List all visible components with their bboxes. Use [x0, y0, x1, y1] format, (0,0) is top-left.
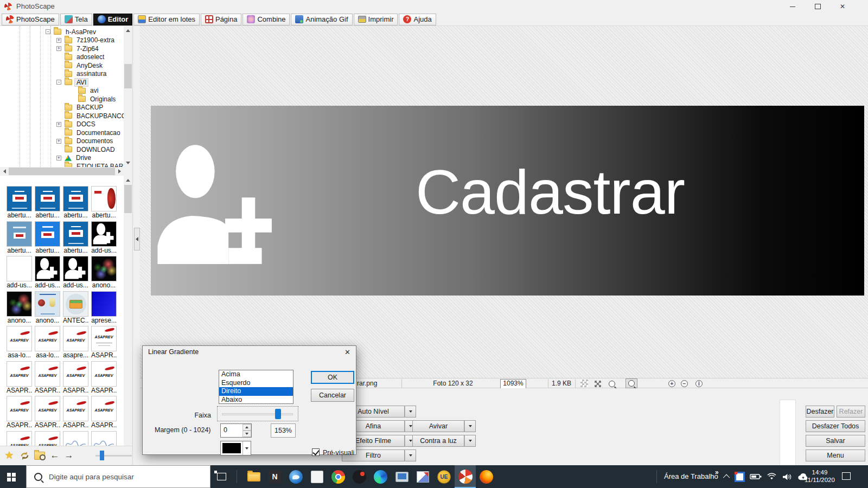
listbox-option-direito[interactable]: Direito [219, 387, 293, 396]
listbox-option-abaixo[interactable]: Abaixo [219, 396, 293, 404]
tab-ajuda[interactable]: ?Ajuda [399, 14, 436, 25]
tree-item-avi[interactable]: +avi [0, 87, 132, 95]
undo-button[interactable]: Desfazer [806, 406, 834, 418]
expand-icon[interactable]: + [56, 122, 61, 127]
taskbar-clock[interactable]: 14:49 11/11/2020 [802, 468, 838, 484]
thumbnail-asaprev-image[interactable]: ASAPREV [7, 431, 32, 446]
forward-button[interactable]: → [63, 450, 75, 461]
thumbnail-asaprev-image[interactable]: ASAPREV [63, 396, 88, 421]
spinner-down-button[interactable] [242, 431, 251, 437]
tree-item-download[interactable]: +DOWNLOAD [0, 145, 132, 154]
tree-item-assinatura[interactable]: +assinatura [0, 70, 132, 79]
maximize-button[interactable] [805, 0, 830, 13]
thumbnail-blue-image[interactable] [91, 291, 117, 317]
thumbnail-item[interactable]: abertu... [35, 221, 60, 256]
tray-overflow-icon[interactable] [723, 474, 730, 481]
taskbar-app-chrome[interactable] [328, 465, 349, 488]
range-slider[interactable] [218, 407, 298, 421]
thumbnail-item[interactable]: anono... [7, 291, 32, 326]
battery-icon[interactable] [750, 473, 762, 480]
thumbnail-fireworks-image[interactable] [91, 256, 117, 281]
thumbnail-item[interactable]: ASAPREVASAPR... [91, 396, 117, 431]
tab-imprimir[interactable]: Imprimir [354, 14, 398, 25]
refresh-button[interactable] [18, 450, 30, 461]
tree-item-docs[interactable]: +DOCS [0, 120, 132, 129]
thumbnail-signature-image[interactable] [63, 431, 88, 446]
thumbnail-asaprev-image[interactable]: ASAPREV [91, 396, 117, 421]
thumbnail-item[interactable]: abertu... [35, 186, 60, 221]
taskbar-search[interactable]: Digite aqui para pesquisar [26, 465, 210, 488]
wifi-icon[interactable] [767, 473, 777, 480]
fit-screen-button[interactable] [593, 380, 602, 388]
thumbnail-item[interactable] [91, 431, 117, 446]
thumbnail-adduser-image[interactable] [91, 221, 117, 247]
tab-combine[interactable]: Combine [242, 14, 290, 25]
thumbnail-asaprev-image[interactable]: ASAPREV [7, 361, 32, 387]
scrollbar-thumb[interactable] [124, 64, 132, 88]
thumbnail-wallet-image[interactable] [63, 291, 88, 317]
thumbnail-adduser-image[interactable] [35, 256, 60, 281]
thumbnail-item[interactable]: anono... [91, 256, 117, 291]
expand-icon[interactable]: + [56, 156, 61, 160]
redo-button[interactable]: Refazer [837, 406, 865, 418]
thumbnail-item[interactable]: ASAPREVASAPR... [7, 361, 32, 396]
thumbnail-item[interactable]: ASAPREVASAPR... [7, 396, 32, 431]
panel-splitter[interactable] [132, 26, 140, 465]
thumbnail-asaprev-image[interactable]: ASAPREV [35, 431, 60, 446]
action-center-icon[interactable] [842, 472, 851, 480]
taskbar-app-n[interactable]: N [264, 465, 285, 488]
thumbnail-item[interactable]: ANTEC... [63, 291, 88, 326]
color-dropdown-arrow[interactable] [242, 441, 251, 455]
thumbnail-item[interactable]: ASAPREV [35, 431, 60, 446]
collapse-icon[interactable]: - [46, 29, 50, 34]
tree-item-documentos[interactable]: +Documentos [0, 137, 132, 146]
thumbnail-item[interactable]: ASAPREV [7, 431, 32, 446]
back-button[interactable]: ← [49, 450, 61, 461]
tree-item-documentacao[interactable]: +Documentacao [0, 129, 132, 137]
thumbnail-item[interactable]: add-us... [35, 256, 60, 291]
collapse-icon[interactable]: - [56, 80, 61, 85]
cancel-button[interactable]: Cancelar [311, 389, 354, 402]
collapse-panel-button[interactable] [134, 228, 140, 251]
zoom-actual-size-button[interactable] [608, 380, 616, 388]
favorites-button[interactable]: ★ [3, 450, 15, 461]
thumbnails-vertical-scrollbar[interactable] [124, 176, 132, 453]
thumbnail-asaprev-image[interactable]: ASAPREV [7, 326, 32, 351]
tab-tela[interactable]: Tela [60, 14, 92, 25]
tab-photoscape[interactable]: PhotoScape [2, 14, 59, 25]
margin-spinner[interactable]: 0 [220, 423, 252, 438]
thumbnail-item[interactable]: ASAPREVASAPR... [63, 361, 88, 396]
thumbnail-slideblue-image[interactable] [63, 221, 88, 247]
minimize-button[interactable] [780, 0, 805, 13]
thumbnail-item[interactable]: abertu... [63, 186, 88, 221]
taskbar-app-bird[interactable] [285, 465, 307, 488]
taskbar-app-photoscape[interactable] [455, 465, 476, 488]
remote-app-tray-icon[interactable] [735, 472, 745, 482]
thumbnail-item[interactable]: aprese... [91, 291, 117, 326]
dropdown-arrow-button[interactable] [405, 406, 416, 418]
thumbnail-asaprev-image[interactable]: ASAPREV [63, 326, 88, 351]
tree-vertical-scrollbar[interactable] [124, 26, 132, 167]
thumbnail-item[interactable]: ASAPREVasapre... [63, 326, 88, 361]
thumbnail-asaprev-image[interactable]: ASAPREV [7, 396, 32, 421]
expand-icon[interactable]: + [56, 46, 61, 51]
dropdown-arrow-button[interactable] [464, 435, 476, 447]
dropdown-arrow-button[interactable] [464, 420, 476, 432]
tree-item-7z1900-extra[interactable]: +7z1900-extra [0, 36, 132, 45]
taskbar-app-dark[interactable] [349, 465, 370, 488]
zoom-out-button[interactable]: − [680, 380, 688, 388]
thumbnail-fireworks-image[interactable] [7, 291, 32, 317]
thumbnail-slideblue-image[interactable] [63, 186, 88, 211]
tree-item-anydesk[interactable]: +AnyDesk [0, 61, 132, 70]
edited-image[interactable]: Cadastrar [151, 106, 864, 296]
gradient-color-picker[interactable] [220, 441, 251, 455]
taskbar-app-pc[interactable] [391, 465, 412, 488]
thumbnail-asaprev-image[interactable]: ASAPREV [91, 361, 117, 387]
editor-canvas[interactable]: Cadastrar [140, 26, 868, 378]
taskbar-app-edge[interactable] [370, 465, 391, 488]
thumbnail-item[interactable]: ASAPREVASAPR... [35, 361, 60, 396]
margin-value[interactable]: 0 [221, 424, 242, 437]
scrollbar-thumb[interactable] [9, 168, 115, 175]
thumbnail-signature-image[interactable] [91, 431, 117, 446]
thumbnail-slideblue-image[interactable] [35, 186, 60, 211]
